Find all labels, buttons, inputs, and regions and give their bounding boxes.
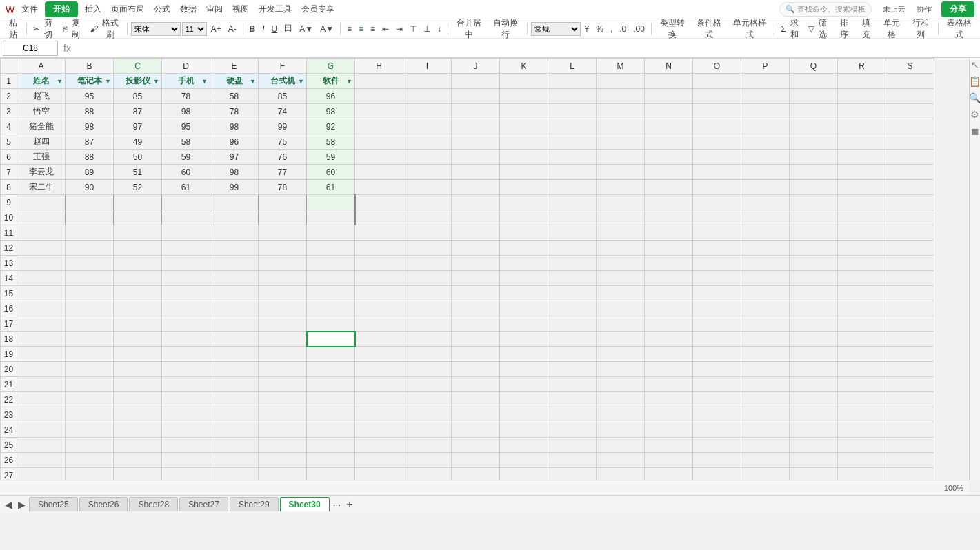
- cell-I17[interactable]: [403, 316, 452, 332]
- cell-S19[interactable]: [886, 347, 934, 362]
- cell-H10[interactable]: [355, 210, 403, 225]
- cell-G6[interactable]: 59: [307, 150, 355, 165]
- cell-I26[interactable]: [403, 453, 452, 468]
- font-selector[interactable]: 宋体: [131, 22, 181, 36]
- align-bottom-button[interactable]: ↓: [434, 23, 444, 35]
- cell-E10[interactable]: [210, 210, 259, 225]
- cell-R21[interactable]: [838, 377, 886, 392]
- cell-N5[interactable]: [645, 134, 693, 150]
- cell-J5[interactable]: [452, 134, 500, 150]
- cell-S25[interactable]: [886, 438, 934, 453]
- cell-I14[interactable]: [403, 271, 452, 286]
- cell-E15[interactable]: [210, 286, 259, 301]
- col-header-A[interactable]: A: [17, 59, 66, 74]
- cell-R24[interactable]: [838, 422, 886, 438]
- cell-G19[interactable]: [307, 347, 355, 362]
- cell-R7[interactable]: [838, 165, 886, 180]
- sheet-tab-Sheet26[interactable]: Sheet26: [79, 497, 128, 511]
- cell-R11[interactable]: [838, 225, 886, 241]
- cell-H8[interactable]: [355, 180, 403, 195]
- sum-button[interactable]: Σ 求和: [778, 16, 804, 42]
- cell-P17[interactable]: [741, 316, 790, 332]
- cell-E21[interactable]: [210, 377, 259, 392]
- cell-B19[interactable]: [66, 347, 114, 362]
- cell-N27[interactable]: [645, 468, 693, 480]
- cell-K6[interactable]: [500, 150, 548, 165]
- cell-C19[interactable]: [114, 347, 162, 362]
- cell-G27[interactable]: [307, 468, 355, 480]
- cell-E5[interactable]: 96: [210, 134, 259, 150]
- cell-P1[interactable]: [741, 74, 790, 89]
- cell-D15[interactable]: [162, 286, 210, 301]
- cell-H27[interactable]: [355, 468, 403, 480]
- cell-I5[interactable]: [403, 134, 452, 150]
- col-header-I[interactable]: I: [403, 59, 452, 74]
- cell-F1[interactable]: 台式机 ▼: [259, 74, 307, 89]
- cell-R10[interactable]: [838, 210, 886, 225]
- cell-N9[interactable]: [645, 195, 693, 210]
- cell-M27[interactable]: [597, 468, 645, 480]
- cell-M14[interactable]: [597, 271, 645, 286]
- cell-H4[interactable]: [355, 119, 403, 134]
- col-header-G[interactable]: G: [307, 59, 355, 74]
- cell-E16[interactable]: [210, 301, 259, 316]
- cell-I10[interactable]: [403, 210, 452, 225]
- formula-input[interactable]: [77, 41, 977, 56]
- cell-R26[interactable]: [838, 453, 886, 468]
- cell-E17[interactable]: [210, 316, 259, 332]
- cell-C18[interactable]: [114, 332, 162, 347]
- cell-C2[interactable]: 85: [114, 89, 162, 104]
- cell-P18[interactable]: [741, 332, 790, 347]
- inc-decimal-button[interactable]: .0: [617, 23, 629, 35]
- cell-D2[interactable]: 78: [162, 89, 210, 104]
- cell-I9[interactable]: [403, 195, 452, 210]
- cell-D18[interactable]: [162, 332, 210, 347]
- cell-L13[interactable]: [548, 256, 597, 271]
- cell-S14[interactable]: [886, 271, 934, 286]
- cell-K8[interactable]: [500, 180, 548, 195]
- cell-Q2[interactable]: [790, 89, 838, 104]
- cursor-icon[interactable]: ↖: [971, 59, 979, 70]
- cell-K18[interactable]: [500, 332, 548, 347]
- cell-Q14[interactable]: [790, 271, 838, 286]
- cell-P4[interactable]: [741, 119, 790, 134]
- cell-N13[interactable]: [645, 256, 693, 271]
- merge-center-button[interactable]: 合并居中: [452, 16, 487, 42]
- cell-C24[interactable]: [114, 422, 162, 438]
- cell-R23[interactable]: [838, 407, 886, 422]
- cell-K26[interactable]: [500, 453, 548, 468]
- cell-G12[interactable]: [307, 241, 355, 256]
- cell-H26[interactable]: [355, 453, 403, 468]
- cell-N26[interactable]: [645, 453, 693, 468]
- cell-J21[interactable]: [452, 377, 500, 392]
- cell-O15[interactable]: [693, 286, 741, 301]
- cell-C8[interactable]: 52: [114, 180, 162, 195]
- cell-F13[interactable]: [259, 256, 307, 271]
- cell-B7[interactable]: 89: [66, 165, 114, 180]
- cell-P25[interactable]: [741, 438, 790, 453]
- cell-O4[interactable]: [693, 119, 741, 134]
- cell-N24[interactable]: [645, 422, 693, 438]
- cell-S4[interactable]: [886, 119, 934, 134]
- cell-B24[interactable]: [66, 422, 114, 438]
- cell-R19[interactable]: [838, 347, 886, 362]
- cell-B8[interactable]: 90: [66, 180, 114, 195]
- cell-N25[interactable]: [645, 438, 693, 453]
- indent-increase-button[interactable]: ⇥: [393, 23, 406, 35]
- cell-R22[interactable]: [838, 392, 886, 407]
- cell-F7[interactable]: 77: [259, 165, 307, 180]
- cell-B12[interactable]: [66, 241, 114, 256]
- cell-O20[interactable]: [693, 362, 741, 377]
- cell-M5[interactable]: [597, 134, 645, 150]
- cell-G22[interactable]: [307, 392, 355, 407]
- wrap-text-button[interactable]: 自动换行: [488, 16, 523, 42]
- fill-button[interactable]: 填充: [856, 16, 876, 42]
- menu-insert[interactable]: 插入: [82, 2, 104, 17]
- cell-I1[interactable]: [403, 74, 452, 89]
- cell-H18[interactable]: [355, 332, 403, 347]
- cell-J11[interactable]: [452, 225, 500, 241]
- cell-B17[interactable]: [66, 316, 114, 332]
- cell-B10[interactable]: [66, 210, 114, 225]
- cell-B16[interactable]: [66, 301, 114, 316]
- sheet-tab-Sheet28[interactable]: Sheet28: [129, 497, 178, 511]
